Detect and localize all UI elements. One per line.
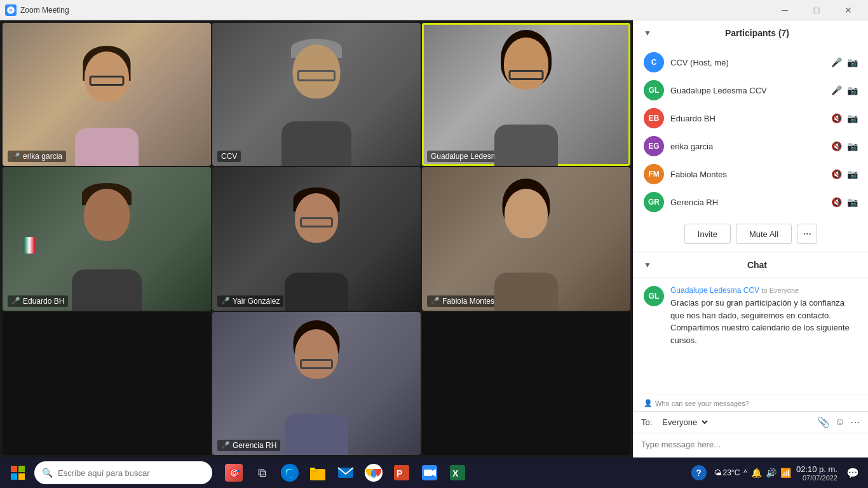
participant-name-eduardo: Eduardo BH — [23, 297, 64, 306]
notification-center-button[interactable]: 💬 — [843, 460, 863, 485]
participants-header[interactable]: ▼ Participants (7) — [634, 20, 868, 46]
video-cell-guadalupe[interactable]: Guadalupe Ledesma CCV — [422, 23, 630, 166]
emoji-icon[interactable]: ☺ — [835, 416, 845, 428]
mic-muted-icon: 🎤 — [11, 297, 20, 305]
taskbar-icon-excel[interactable]: X — [445, 460, 470, 485]
video-cell-fabiola[interactable]: 🎤 Fabiola Montes — [422, 167, 630, 310]
network-icon[interactable]: 🔔 — [751, 468, 762, 478]
video-cell-eduardo[interactable]: 🎤 Eduardo BH — [3, 167, 211, 310]
participant-item: FM Fabiola Montes 🔇 📷 — [634, 160, 868, 188]
mic-muted-icon[interactable]: 🔇 — [831, 141, 842, 151]
participant-actions: Invite Mute All ··· — [634, 219, 868, 252]
minimize-button[interactable]: ─ — [770, 0, 799, 20]
cam-icon[interactable]: 📷 — [847, 141, 858, 151]
video-label-erika: 🎤 erika garcia — [8, 151, 66, 162]
svg-rect-0 — [11, 466, 17, 472]
wifi-icon[interactable]: 📶 — [780, 468, 791, 478]
participant-controls: 🔇 📷 — [831, 113, 858, 123]
avatar: EG — [644, 136, 664, 156]
chat-header[interactable]: ▼ Chat — [634, 252, 868, 278]
participant-controls: 🎤 📷 — [831, 85, 858, 95]
taskbar-help-icon[interactable]: ? — [689, 463, 709, 483]
chat-to-select[interactable]: Everyone — [657, 416, 710, 429]
avatar: FM — [644, 164, 664, 184]
video-cell-yair[interactable]: 🎤 Yair González — [212, 167, 421, 310]
chat-to-label: To: — [641, 417, 652, 427]
search-bar[interactable]: 🔍 — [34, 461, 212, 484]
participants-title: Participants (7) — [656, 28, 858, 38]
mic-muted-icon[interactable]: 🔇 — [831, 169, 842, 179]
titlebar-controls: ─ □ ✕ — [770, 0, 863, 20]
taskbar-right: ? 🌤 23°C ^ 🔔 🔊 📶 02:10 p. m. 07/07/2022 … — [689, 460, 864, 485]
video-cell-gerencia[interactable]: 🎤 Gerencia RH — [212, 312, 421, 455]
svg-rect-1 — [18, 466, 25, 472]
mic-icon[interactable]: 🎤 — [831, 57, 842, 67]
participant-name: Guadalupe Ledesma CCV — [670, 86, 825, 95]
taskbar-time[interactable]: 02:10 p. m. 07/07/2022 — [796, 464, 837, 482]
cam-icon[interactable]: 📷 — [847, 85, 858, 95]
taskbar-icon-zoom[interactable] — [417, 460, 442, 485]
cam-icon[interactable]: 📷 — [847, 169, 858, 179]
privacy-text: Who can see your messages? — [655, 400, 749, 407]
video-label-gerencia: 🎤 Gerencia RH — [217, 440, 280, 451]
cam-icon[interactable]: 📷 — [847, 57, 858, 67]
avatar: GR — [644, 192, 664, 212]
main-container: 🎤 erika garcia CCV — [0, 20, 868, 458]
participant-name-ccv: CCV — [221, 152, 237, 161]
participant-item: EG erika garcia 🔇 📷 — [634, 132, 868, 160]
avatar: GL — [644, 80, 664, 100]
chat-avatar: GL — [644, 286, 664, 306]
video-cell-ccv[interactable]: CCV — [212, 23, 421, 166]
avatar: C — [644, 52, 664, 72]
mic-icon[interactable]: 🎤 — [831, 85, 842, 95]
more-options-button[interactable]: ··· — [797, 224, 817, 244]
participant-name: erika garcia — [670, 142, 825, 151]
volume-icon[interactable]: 🔊 — [766, 468, 776, 478]
chat-message-header: Guadalupe Ledesma CCV to Everyone — [670, 286, 858, 295]
taskbar-icon-taskview[interactable]: ⧉ — [249, 460, 275, 485]
app-title: Zoom Meeting — [20, 6, 69, 15]
mic-muted-icon: 🎤 — [221, 441, 230, 449]
chat-title: Chat — [656, 260, 858, 270]
video-label-eduardo: 🎤 Eduardo BH — [8, 295, 68, 307]
taskbar-icon-chrome[interactable] — [361, 460, 386, 485]
participant-controls: 🔇 📷 — [831, 141, 858, 151]
participant-controls: 🔇 📷 — [831, 197, 858, 207]
mute-all-button[interactable]: Mute All — [736, 224, 792, 244]
taskbar-icon-cortana[interactable]: 🎯 — [221, 460, 247, 485]
chat-message-content: Guadalupe Ledesma CCV to Everyone Gracia… — [670, 286, 858, 346]
titlebar-left: Zoom Meeting — [5, 4, 69, 16]
mic-muted-icon: 🎤 — [221, 297, 230, 305]
cam-icon[interactable]: 📷 — [847, 197, 858, 207]
participant-controls: 🎤 📷 — [831, 57, 858, 67]
participant-item: GR Gerencia RH 🔇 📷 — [634, 188, 868, 216]
taskbar-icon-explorer[interactable] — [305, 460, 330, 485]
participant-name: Fabiola Montes — [670, 170, 825, 179]
chat-input[interactable] — [641, 440, 860, 449]
mic-muted-icon[interactable]: 🔇 — [831, 197, 842, 207]
file-icon[interactable]: 📎 — [817, 416, 830, 428]
video-cell-erika[interactable]: 🎤 erika garcia — [3, 23, 211, 166]
participant-item: GL Guadalupe Ledesma CCV 🎤 📷 — [634, 76, 868, 104]
close-button[interactable]: ✕ — [834, 0, 863, 20]
chat-recipient: Everyone — [770, 287, 799, 294]
maximize-button[interactable]: □ — [802, 0, 831, 20]
svg-text:P: P — [397, 468, 402, 478]
more-chat-icon[interactable]: ⋯ — [850, 416, 860, 428]
chat-to-bar: To: Everyone 📎 ☺ ⋯ — [634, 411, 868, 433]
mic-muted-icon[interactable]: 🔇 — [831, 113, 842, 123]
start-button[interactable] — [5, 460, 31, 485]
taskbar-icon-powerpoint[interactable]: P — [389, 460, 414, 485]
chat-input-bar — [634, 433, 868, 458]
invite-button[interactable]: Invite — [684, 224, 731, 244]
search-input[interactable] — [58, 468, 205, 478]
chat-privacy: 👤 Who can see your messages? — [634, 395, 868, 411]
svg-rect-3 — [18, 473, 25, 480]
chat-to-indicator: to — [761, 287, 769, 294]
svg-point-4 — [281, 464, 299, 482]
taskbar-icon-mail[interactable] — [333, 460, 358, 485]
cam-icon[interactable]: 📷 — [847, 113, 858, 123]
taskbar-icon-edge[interactable] — [277, 460, 302, 485]
chevron-up-icon[interactable]: ^ — [743, 468, 747, 477]
participant-controls: 🔇 📷 — [831, 169, 858, 179]
